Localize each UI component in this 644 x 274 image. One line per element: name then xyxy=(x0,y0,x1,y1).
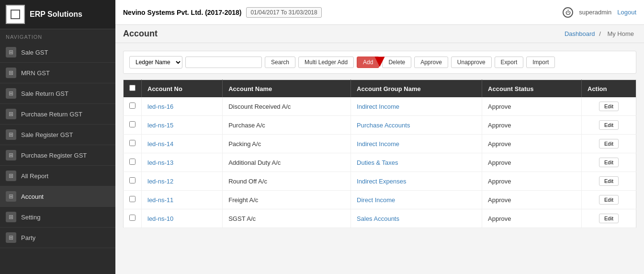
search-button[interactable]: Search xyxy=(265,57,295,68)
row-checkbox-4[interactable] xyxy=(129,177,136,183)
topbar-right: ⏻ superadmin Logout xyxy=(563,7,636,18)
edit-button-6[interactable]: Edit xyxy=(599,214,619,223)
row-checkbox-5[interactable] xyxy=(129,196,136,202)
add-button[interactable]: Add xyxy=(357,57,379,68)
nav-label-sale-register-gst: Sale Register GST xyxy=(21,131,73,138)
sidebar-item-all-report[interactable]: ⊞ All Report xyxy=(0,166,115,186)
sidebar-item-purchase-register-gst[interactable]: ⊞ Purchase Register GST xyxy=(0,145,115,166)
nav-label-purchase-return-gst: Purchase Return GST xyxy=(21,111,82,118)
group-name-link-1[interactable]: Purchase Accounts xyxy=(357,122,410,129)
date-range-badge[interactable]: 01/04/2017 To 31/03/2018 xyxy=(246,7,321,18)
action-cell: Edit xyxy=(582,191,636,209)
nav-icon-account: ⊞ xyxy=(6,191,16,202)
account-name-cell: SGST A/c xyxy=(223,209,351,228)
row-checkbox-cell xyxy=(124,209,142,228)
sidebar-item-setting[interactable]: ⊞ Setting xyxy=(0,207,115,228)
main-content: Nevino Systems Pvt. Ltd. (2017-2018) 01/… xyxy=(115,0,644,274)
app-title: ERP Solutions xyxy=(30,10,82,19)
sidebar: ERP Solutions NAVIGATION ⊞ Sale GST ⊞ MR… xyxy=(0,0,115,274)
group-name-link-5[interactable]: Direct Income xyxy=(357,196,395,204)
edit-button-1[interactable]: Edit xyxy=(599,120,619,130)
page-title: Account xyxy=(123,29,158,39)
nav-label-mrn-gst: MRN GST xyxy=(21,69,50,77)
row-checkbox-cell xyxy=(124,172,142,191)
multi-ledger-add-button[interactable]: Multi Ledger Add xyxy=(298,57,354,68)
account-no-link-5[interactable]: led-ns-11 xyxy=(147,196,173,204)
action-cell: Edit xyxy=(582,209,636,228)
row-checkbox-3[interactable] xyxy=(129,159,136,165)
edit-button-0[interactable]: Edit xyxy=(599,102,619,111)
account-no-link-1[interactable]: led-ns-15 xyxy=(147,122,173,129)
row-checkbox-2[interactable] xyxy=(129,140,136,146)
account-name-cell: Additional Duty A/c xyxy=(223,153,351,172)
table-row: led-ns-14 Packing A/c Indirect Income Ap… xyxy=(124,135,636,153)
status-cell: Approve xyxy=(482,97,582,116)
row-checkbox-cell xyxy=(124,97,142,116)
row-checkbox-0[interactable] xyxy=(129,103,136,109)
account-name-cell: Purchase A/c xyxy=(223,116,351,135)
row-checkbox-1[interactable] xyxy=(129,121,136,127)
sidebar-item-sale-return-gst[interactable]: ⊞ Sale Return GST xyxy=(0,83,115,104)
breadcrumb-current: My Home xyxy=(607,30,634,37)
account-no-cell: led-ns-13 xyxy=(142,153,223,172)
logo-area: ERP Solutions xyxy=(0,0,115,29)
action-cell: Edit xyxy=(582,153,636,172)
sidebar-item-account[interactable]: ⊞ Account xyxy=(0,186,115,207)
table-row: led-ns-16 Discount Received A/c Indirect… xyxy=(124,97,636,116)
nav-icon-mrn-gst: ⊞ xyxy=(6,68,16,78)
account-no-cell: led-ns-15 xyxy=(142,116,223,135)
account-no-link-4[interactable]: led-ns-12 xyxy=(147,178,173,185)
action-cell: Edit xyxy=(582,97,636,116)
delete-button[interactable]: Delete xyxy=(382,57,411,68)
account-no-cell: led-ns-16 xyxy=(142,97,223,116)
edit-button-5[interactable]: Edit xyxy=(599,195,619,205)
group-name-cell: Indirect Income xyxy=(351,135,482,153)
account-name-cell: Round Off A/c xyxy=(223,172,351,191)
account-no-link-0[interactable]: led-ns-16 xyxy=(147,103,173,110)
nav-icon-purchase-return-gst: ⊞ xyxy=(6,109,16,119)
filter-input[interactable] xyxy=(185,57,262,68)
group-name-link-2[interactable]: Indirect Income xyxy=(357,140,399,148)
status-cell: Approve xyxy=(482,191,582,209)
power-icon[interactable]: ⏻ xyxy=(563,7,573,18)
row-checkbox-6[interactable] xyxy=(129,215,136,221)
nav-icon-sale-return-gst: ⊞ xyxy=(6,88,16,99)
table-row: led-ns-15 Purchase A/c Purchase Accounts… xyxy=(124,116,636,135)
edit-button-4[interactable]: Edit xyxy=(599,176,619,186)
filter-select[interactable]: Ledger Name xyxy=(129,56,182,68)
account-no-cell: led-ns-14 xyxy=(142,135,223,153)
col-account-name: Account Name xyxy=(223,80,351,98)
table-row: led-ns-11 Freight A/c Direct Income Appr… xyxy=(124,191,636,209)
status-cell: Approve xyxy=(482,209,582,228)
sidebar-item-party[interactable]: ⊞ Party xyxy=(0,228,115,248)
logout-button[interactable]: Logout xyxy=(617,9,636,16)
group-name-link-3[interactable]: Duties & Taxes xyxy=(357,159,398,166)
sidebar-item-sale-register-gst[interactable]: ⊞ Sale Register GST xyxy=(0,125,115,145)
group-name-link-6[interactable]: Sales Accounts xyxy=(357,215,399,222)
export-button[interactable]: Export xyxy=(495,57,524,68)
breadcrumb-bar: Account Dashboard / My Home xyxy=(115,25,644,43)
unapprove-button[interactable]: Unapprove xyxy=(451,57,492,68)
account-no-link-6[interactable]: led-ns-10 xyxy=(147,215,173,222)
nav-icon-sale-register-gst: ⊞ xyxy=(6,129,16,140)
sidebar-item-mrn-gst[interactable]: ⊞ MRN GST xyxy=(0,63,115,83)
select-all-checkbox[interactable] xyxy=(129,85,136,91)
import-button[interactable]: Import xyxy=(526,57,555,68)
edit-button-3[interactable]: Edit xyxy=(599,158,619,167)
account-no-link-2[interactable]: led-ns-14 xyxy=(147,140,173,148)
sidebar-item-sale-gst[interactable]: ⊞ Sale GST xyxy=(0,42,115,63)
breadcrumb: Dashboard / My Home xyxy=(565,30,636,37)
group-name-link-0[interactable]: Indirect Income xyxy=(357,103,399,110)
breadcrumb-home[interactable]: Dashboard xyxy=(565,30,595,37)
edit-button-2[interactable]: Edit xyxy=(599,139,619,148)
sidebar-item-purchase-return-gst[interactable]: ⊞ Purchase Return GST xyxy=(0,104,115,125)
nav-icon-party: ⊞ xyxy=(6,232,16,243)
account-no-link-3[interactable]: led-ns-13 xyxy=(147,159,173,166)
table-row: led-ns-13 Additional Duty A/c Duties & T… xyxy=(124,153,636,172)
approve-button[interactable]: Approve xyxy=(414,57,448,68)
account-name-cell: Packing A/c xyxy=(223,135,351,153)
group-name-link-4[interactable]: Indirect Expenses xyxy=(357,178,406,185)
action-cell: Edit xyxy=(582,135,636,153)
row-checkbox-cell xyxy=(124,191,142,209)
nav-label-sale-return-gst: Sale Return GST xyxy=(21,90,68,97)
